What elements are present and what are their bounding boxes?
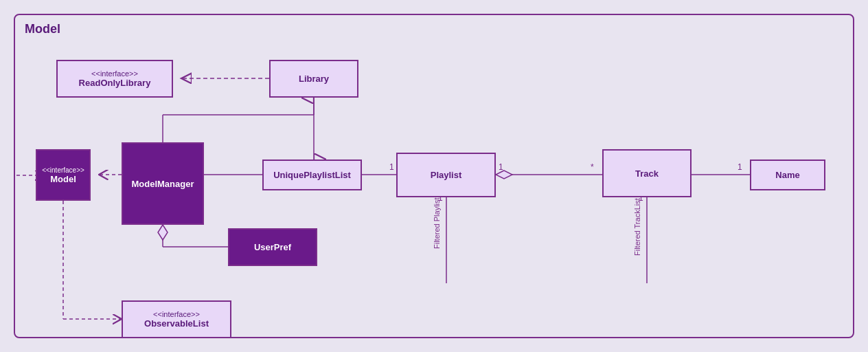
- node-observablelist: <<interface>> ObservableList: [122, 300, 231, 338]
- label-userpref: UserPref: [254, 242, 291, 252]
- diamond-open-userpref: [158, 225, 168, 240]
- stereotype-model: <<interface>>: [42, 166, 84, 174]
- label-1-name: 1: [738, 162, 742, 172]
- node-model: <<interface>> Model: [36, 149, 91, 201]
- node-playlist: Playlist: [396, 153, 496, 197]
- label-star: *: [591, 162, 594, 172]
- label-track: Track: [635, 168, 659, 179]
- filtered-tracklist-label: Filtered TrackList: [633, 198, 641, 256]
- label-library: Library: [299, 74, 329, 84]
- label-model: Model: [50, 174, 76, 184]
- label-1-playlist: 1: [389, 162, 394, 172]
- label-name: Name: [775, 170, 799, 180]
- label-observablelist: ObservableList: [144, 318, 209, 329]
- label-readonlylibrary: ReadOnlyLibrary: [79, 78, 151, 88]
- node-readonlylibrary: <<interface>> ReadOnlyLibrary: [56, 60, 173, 98]
- node-userpref: UserPref: [228, 228, 317, 266]
- node-uniqueplaylistlist: UniquePlaylistList: [262, 160, 362, 190]
- label-playlist: Playlist: [431, 170, 462, 180]
- label-uniqueplaylistlist: UniquePlaylistList: [273, 170, 351, 180]
- stereotype-observablelist: <<interface>>: [153, 310, 200, 318]
- diagram-container: Model: [14, 14, 854, 338]
- stereotype-readonlylibrary: <<interface>>: [91, 69, 138, 78]
- label-1-pl-right: 1: [499, 162, 503, 172]
- node-modelmanager: ModelManager: [122, 142, 204, 225]
- node-library: Library: [269, 60, 358, 98]
- node-name: Name: [750, 160, 825, 190]
- label-modelmanager: ModelManager: [131, 179, 194, 189]
- node-track: Track: [602, 149, 692, 197]
